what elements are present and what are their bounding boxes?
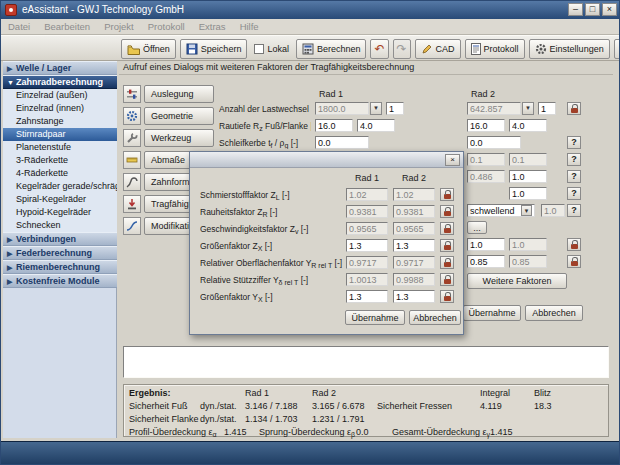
nav-icon-auslegung[interactable] <box>123 85 141 103</box>
geschwindigkeitsfaktor-rad2-field[interactable] <box>393 222 435 235</box>
groessenfaktor-zx-rad2-field[interactable] <box>393 239 435 252</box>
lastwechsel-rad2-mult-field[interactable] <box>538 102 556 115</box>
nav-button-auslegung[interactable]: Auslegung <box>144 85 214 103</box>
partial-e-field-1[interactable] <box>467 238 505 251</box>
partial-b-help-button[interactable]: ? <box>567 170 581 183</box>
stuetzziffer-rad1-field[interactable] <box>346 273 388 286</box>
dialog-uebernahme-button[interactable]: Übernahme <box>345 310 405 325</box>
sidebar-section-riemenberechnung[interactable]: ▶ Riemenberechnung <box>3 260 117 274</box>
sidebar-item-3-raederkette[interactable]: 3-Räderkette <box>3 154 117 167</box>
nav-icon-modifikationen[interactable] <box>123 217 141 235</box>
sidebar-section-verbindungen[interactable]: ▶ Verbindungen <box>3 232 117 246</box>
lastwechsel-rad2-field[interactable] <box>467 102 521 115</box>
schleifkerbe-rad1-field[interactable] <box>315 136 369 149</box>
menu-hilfe[interactable]: Hilfe <box>233 21 266 32</box>
sidebar-item-spiral-kegelraeder[interactable]: Spiral-Kegelräder <box>3 193 117 206</box>
rautiefe-rad2-flanke-field[interactable] <box>509 119 547 132</box>
partial-d-field[interactable] <box>541 204 565 217</box>
rautiefe-rad1-fuss-field[interactable] <box>315 119 353 132</box>
partial-a-help-button[interactable]: ? <box>567 153 581 166</box>
protocol-button[interactable]: Protokoll <box>465 39 525 59</box>
menu-protokoll[interactable]: Protokoll <box>141 21 192 32</box>
help-button[interactable]: Hilfe <box>614 39 619 59</box>
rautiefe-rad2-fuss-field[interactable] <box>467 119 505 132</box>
partial-b-field-1[interactable] <box>467 170 505 183</box>
sidebar-section-zahnradberechnung[interactable]: ▼ Zahnradberechnung <box>3 75 117 89</box>
stuetzziffer-rad2-field[interactable] <box>393 273 435 286</box>
save-button[interactable]: Speichern <box>180 39 248 59</box>
menu-extras[interactable]: Extras <box>192 21 233 32</box>
sidebar-item-stirnradpaar[interactable]: Stirnradpaar <box>3 128 117 141</box>
schmierstofffaktor-rad2-field[interactable] <box>393 188 435 201</box>
partial-d-help-button[interactable]: ? <box>567 204 581 217</box>
partial-f-lock-button[interactable] <box>567 255 581 268</box>
sidebar-item-hypoid-kegelraeder[interactable]: Hypoid-Kegelräder <box>3 206 117 219</box>
rautiefe-rad1-flanke-field[interactable] <box>357 119 395 132</box>
oberflaechenfaktor-rad1-field[interactable] <box>346 256 388 269</box>
lastwechsel-rad1-dropdown[interactable]: ▼ <box>370 102 382 115</box>
dialog-abbrechen-button[interactable]: Abbrechen <box>409 310 461 325</box>
menu-bearbeiten[interactable]: Bearbeiten <box>37 21 97 32</box>
menu-projekt[interactable]: Projekt <box>97 21 141 32</box>
sidebar-item-zahnstange[interactable]: Zahnstange <box>3 115 117 128</box>
dialog-titlebar[interactable]: × <box>190 152 463 168</box>
maximize-button[interactable]: □ <box>585 3 600 16</box>
menu-datei[interactable]: Datei <box>1 21 37 32</box>
geschwindigkeitsfaktor-lock-button[interactable] <box>440 222 454 235</box>
sidebar-section-welle-lager[interactable]: ▶ Welle / Lager <box>3 61 117 75</box>
cad-button[interactable]: CAD <box>415 39 461 59</box>
sidebar-item-einzelrad-innen[interactable]: Einzelrad (innen) <box>3 102 117 115</box>
sidebar-item-schnecken[interactable]: Schnecken <box>3 219 117 232</box>
dialog-close-button[interactable]: × <box>445 154 460 166</box>
partial-a-rad2-field-2[interactable] <box>509 153 547 166</box>
settings-button[interactable]: Einstellungen <box>529 39 610 59</box>
nav-button-werkzeug[interactable]: Werkzeug <box>144 129 214 147</box>
load-type-select[interactable]: schwellend ▼ <box>467 204 535 217</box>
nav-icon-werkzeug[interactable] <box>123 129 141 147</box>
close-button[interactable]: × <box>602 3 617 16</box>
form-uebernahme-button[interactable]: Übernahme <box>463 305 521 321</box>
form-abbrechen-button[interactable]: Abbrechen <box>525 305 583 321</box>
groessenfaktor-yx-rad2-field[interactable] <box>393 290 435 303</box>
partial-e-lock-button[interactable] <box>567 238 581 251</box>
lastwechsel-rad1-field[interactable] <box>315 102 369 115</box>
nav-icon-zahnform[interactable] <box>123 173 141 191</box>
open-button[interactable]: Öffnen <box>121 39 176 59</box>
partial-b-field-2[interactable] <box>509 170 547 183</box>
stuetzziffer-lock-button[interactable] <box>440 273 454 286</box>
sidebar-item-kegelraeder[interactable]: Kegelräder gerade/schräg <box>3 180 117 193</box>
lastwechsel-rad1-mult-field[interactable] <box>386 102 404 115</box>
sidebar-section-kostenfreie-module[interactable]: ▶ Kostenfreie Module <box>3 274 117 288</box>
groessenfaktor-zx-lock-button[interactable] <box>440 239 454 252</box>
schmierstofffaktor-lock-button[interactable] <box>440 188 454 201</box>
lastwechsel-lock-button[interactable] <box>567 102 581 115</box>
sidebar-section-federberechnung[interactable]: ▶ Federberechnung <box>3 246 117 260</box>
redo-button[interactable]: ↷ <box>393 39 411 59</box>
sidebar-item-einzelrad-aussen[interactable]: Einzelrad (außen) <box>3 89 117 102</box>
groessenfaktor-yx-lock-button[interactable] <box>440 290 454 303</box>
partial-e-field-2[interactable] <box>509 238 547 251</box>
partial-a-rad2-field-1[interactable] <box>467 153 505 166</box>
rauheitsfaktor-rad2-field[interactable] <box>393 205 435 218</box>
minimize-button[interactable]: – <box>568 3 583 16</box>
partial-f-field-1[interactable] <box>467 255 505 268</box>
groessenfaktor-yx-rad1-field[interactable] <box>346 290 388 303</box>
sidebar-item-planetenstufe[interactable]: Planetenstufe <box>3 141 117 154</box>
nav-icon-tragfaehigkeit[interactable] <box>123 195 141 213</box>
schmierstofffaktor-rad1-field[interactable] <box>346 188 388 201</box>
detail-dots-button[interactable]: ... <box>467 221 487 234</box>
schleifkerbe-help-button[interactable]: ? <box>567 136 581 149</box>
partial-f-field-2[interactable] <box>509 255 547 268</box>
rauheitsfaktor-rad1-field[interactable] <box>346 205 388 218</box>
oberflaechenfaktor-lock-button[interactable] <box>440 256 454 269</box>
groessenfaktor-zx-rad1-field[interactable] <box>346 239 388 252</box>
sidebar-item-4-raederkette[interactable]: 4-Räderkette <box>3 167 117 180</box>
lastwechsel-rad2-dropdown[interactable]: ▼ <box>522 102 534 115</box>
geschwindigkeitsfaktor-rad1-field[interactable] <box>346 222 388 235</box>
calculate-button[interactable]: Berechnen <box>296 39 367 59</box>
partial-c-help-button[interactable]: ? <box>567 187 581 200</box>
schleifkerbe-rad2-field[interactable] <box>467 136 521 149</box>
undo-button[interactable]: ↶ <box>370 39 388 59</box>
oberflaechenfaktor-rad2-field[interactable] <box>393 256 435 269</box>
nav-icon-geometrie[interactable] <box>123 107 141 125</box>
